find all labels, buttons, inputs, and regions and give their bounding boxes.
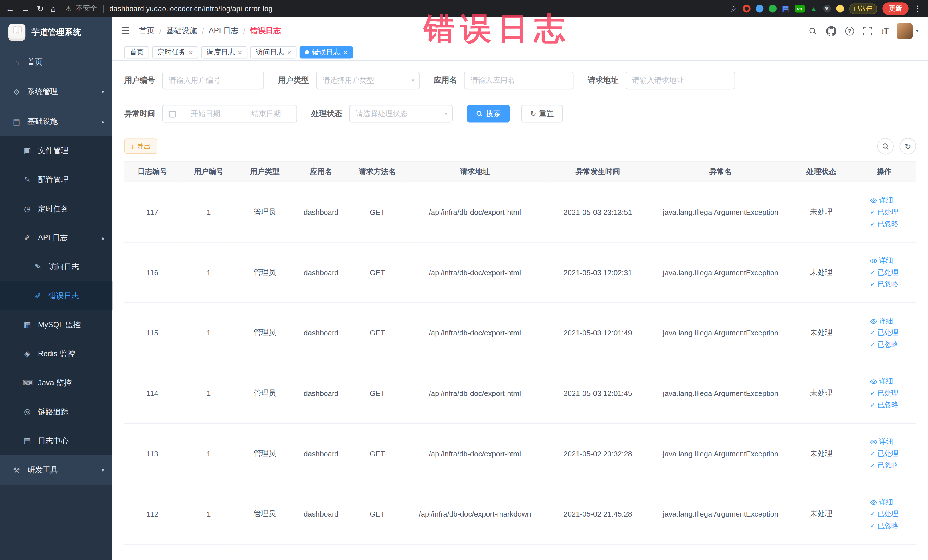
user-type-select[interactable]: 请选择用户类型 ▾ (316, 72, 420, 89)
process-status-select[interactable]: 请选择处理状态 ▾ (349, 105, 453, 122)
sidebar-item-devtools[interactable]: ⚒ 研发工具 ▾ (0, 455, 112, 485)
sidebar-item-log-center[interactable]: ▤ 日志中心 (0, 426, 112, 455)
tab-scheduled-jobs[interactable]: 定时任务 × (152, 46, 198, 59)
sidebar-item-tracing[interactable]: ◎ 链路追踪 (0, 397, 112, 426)
paused-badge[interactable]: 已暂停 (849, 3, 877, 14)
reset-button[interactable]: ↻ 重置 (522, 105, 563, 122)
reload-icon[interactable]: ↻ (37, 4, 44, 13)
search-icon[interactable] (809, 26, 817, 35)
fullscreen-icon[interactable] (863, 26, 872, 35)
calendar-icon (169, 110, 176, 117)
breadcrumb-item-infrastructure[interactable]: 基础设施 (166, 25, 197, 36)
back-icon[interactable]: ← (6, 4, 14, 13)
breadcrumb-item-home[interactable]: 首页 (139, 25, 155, 36)
export-button[interactable]: ↓ 导出 (124, 138, 157, 154)
mark-ignored-link[interactable]: ✓ 已忽略 (870, 219, 899, 229)
extension-icon-6[interactable]: ▲ (810, 5, 818, 12)
close-icon[interactable]: × (287, 49, 291, 56)
mark-ignored-link[interactable]: ✓ 已忽略 (870, 521, 899, 531)
app-logo[interactable]: 芋道管理系统 (0, 17, 112, 47)
sidebar-item-error-log[interactable]: ✐ 错误日志 (0, 281, 112, 310)
mark-ignored-link[interactable]: ✓ 已忽略 (870, 461, 899, 470)
breadcrumb-item-error-log: 错误日志 (250, 25, 281, 36)
help-icon[interactable]: ? (845, 26, 854, 35)
search-button[interactable]: 搜索 (467, 105, 510, 122)
address-bar[interactable]: ⚠ 不安全 dashboard.yudao.iocoder.cn/infra/l… (65, 3, 725, 14)
sidebar-item-file-mgmt[interactable]: ▣ 文件管理 (0, 136, 112, 165)
mark-processed-link[interactable]: ✓ 已处理 (870, 449, 899, 459)
user-menu[interactable]: ▾ (897, 23, 919, 39)
sidebar-item-api-log[interactable]: ✐ API 日志 ▴ (0, 223, 112, 252)
mark-ignored-link[interactable]: ✓ 已忽略 (870, 279, 899, 289)
detail-link[interactable]: 详细 (870, 377, 893, 386)
extension-icon-2[interactable] (756, 5, 763, 12)
sidebar-item-scheduled-jobs[interactable]: ◷ 定时任务 (0, 194, 112, 223)
eye-icon (870, 438, 877, 445)
request-url-input[interactable] (626, 72, 735, 89)
bookmark-star-icon[interactable]: ☆ (730, 4, 737, 13)
detail-link[interactable]: 详细 (870, 256, 893, 266)
sidebar-item-config-mgmt[interactable]: ✎ 配置管理 (0, 165, 112, 194)
user-id-input[interactable] (162, 72, 264, 89)
cell-status: 未处理 (790, 484, 852, 544)
mark-processed-link[interactable]: ✓ 已处理 (870, 388, 899, 398)
close-icon[interactable]: × (343, 49, 348, 56)
font-size-icon[interactable]: ↕T (881, 26, 888, 35)
screenshot-root: ← → ↻ ⌂ ⚠ 不安全 dashboard.yudao.iocoder.cn… (0, 0, 928, 560)
url-text: dashboard.yudao.iocoder.cn/infra/log/api… (110, 5, 273, 13)
close-icon[interactable]: × (189, 49, 193, 56)
sidebar-item-system-mgmt[interactable]: ⚙ 系统管理 ▾ (0, 77, 112, 107)
refresh-table-button[interactable]: ↻ (900, 138, 916, 154)
mark-processed-link[interactable]: ✓ 已处理 (870, 509, 899, 519)
extension-icon-7[interactable]: ✽ (823, 5, 831, 12)
toggle-search-button[interactable] (877, 138, 894, 154)
mark-processed-link[interactable]: ✓ 已处理 (870, 268, 899, 278)
mark-ignored-link[interactable]: ✓ 已忽略 (870, 400, 899, 410)
detail-link[interactable]: 详细 (870, 497, 893, 507)
breadcrumb-item-api-log[interactable]: API 日志 (209, 25, 238, 36)
sidebar-item-java-monitor[interactable]: ⌨ Java 监控 (0, 368, 112, 397)
close-icon[interactable]: × (238, 49, 242, 56)
sidebar-item-access-log[interactable]: ✎ 访问日志 (0, 252, 112, 281)
clock-icon: ◷ (23, 204, 32, 213)
table-row: 114 1 管理员 dashboard GET /api/infra/db-do… (124, 363, 916, 424)
sidebar-item-home[interactable]: ⌂ 首页 (0, 47, 112, 77)
update-button[interactable]: 更新 (882, 2, 908, 15)
mark-ignored-link[interactable]: ✓ 已忽略 (870, 340, 899, 350)
cell-exception-name: java.lang.IllegalArgumentException (651, 484, 790, 544)
cell-method: GET (349, 363, 405, 424)
tab-error-log[interactable]: 错误日志 × (299, 46, 353, 59)
request-url-label: 请求地址 (588, 75, 618, 85)
home-icon[interactable]: ⌂ (51, 4, 56, 13)
home-menu-icon: ⌂ (12, 58, 21, 67)
tab-schedule-log[interactable]: 调度日志 × (201, 46, 247, 59)
github-icon[interactable] (826, 26, 836, 36)
cell-app-name: dashboard (293, 363, 349, 424)
cell-request-url: /api/infra/db-doc/export-html (405, 243, 545, 303)
tab-access-log[interactable]: 访问日志 × (250, 46, 297, 59)
sidebar-item-redis-monitor[interactable]: ◈ Redis 监控 (0, 339, 112, 368)
extension-icon-4[interactable]: ▦ (781, 5, 789, 12)
mark-processed-link[interactable]: ✓ 已处理 (870, 328, 899, 338)
mark-processed-link[interactable]: ✓ 已处理 (870, 207, 899, 217)
sidebar-item-mysql-monitor[interactable]: ▦ MySQL 监控 (0, 310, 112, 339)
tags-view-bar: 首页 定时任务 × 调度日志 × 访问日志 × 错误日志 × (112, 44, 928, 61)
tab-home[interactable]: 首页 (124, 46, 149, 59)
sidebar-item-infrastructure[interactable]: ▤ 基础设施 ▴ (0, 107, 112, 136)
app-name-input[interactable] (464, 72, 574, 89)
extension-icon-5[interactable]: on (795, 5, 804, 12)
detail-link[interactable]: 详细 (870, 437, 893, 447)
forward-icon[interactable]: → (21, 4, 30, 13)
chrome-menu-icon[interactable]: ⋮ (914, 4, 922, 13)
cell-actions: 详细 ✓ 已处理 ✓ 已忽略 (852, 303, 916, 363)
exception-time-range-picker[interactable]: 开始日期 - 结束日期 (162, 105, 297, 122)
sidebar-collapse-icon[interactable]: ☰ (121, 24, 130, 37)
extension-icon-3[interactable] (769, 5, 776, 12)
extension-icon-1[interactable] (743, 5, 750, 12)
sidebar-item-label: 配置管理 (38, 174, 69, 185)
extension-icon-8[interactable] (836, 5, 844, 12)
detail-link[interactable]: 详细 (870, 316, 893, 326)
cell-method: GET (349, 182, 405, 243)
col-status: 处理状态 (790, 162, 852, 182)
detail-link[interactable]: 详细 (870, 195, 893, 205)
